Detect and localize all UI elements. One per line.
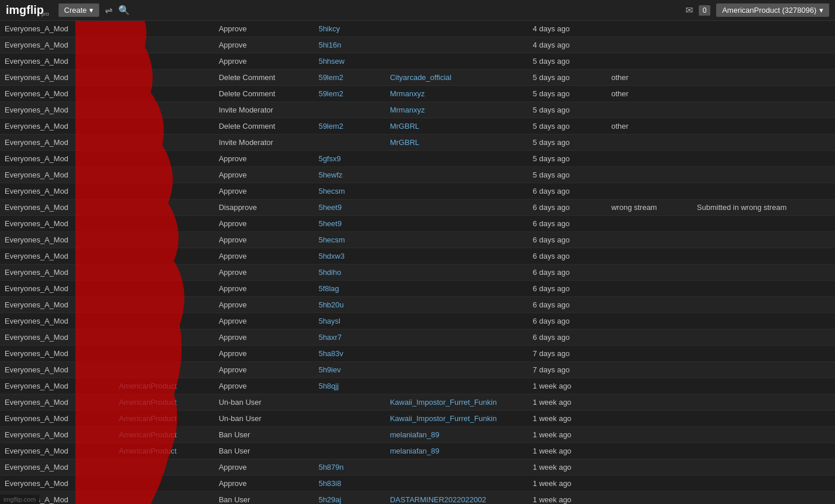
user-link[interactable]: melaniafan_89 xyxy=(390,447,439,455)
target-link[interactable]: 5f8lag xyxy=(318,284,339,293)
target-link[interactable]: 5h29aj xyxy=(318,495,341,504)
user-link[interactable]: Cityarcade_official xyxy=(390,73,451,82)
mod-name-cell: Everyones_A_Mod xyxy=(0,362,114,378)
target-link[interactable]: 5hhsew xyxy=(318,57,344,66)
by-name-cell xyxy=(114,459,214,476)
timestamp-cell: 1 week ago xyxy=(528,476,607,492)
user-link[interactable]: MrGBRL xyxy=(390,138,419,147)
target-link[interactable]: 5h879n xyxy=(318,463,343,472)
target-link[interactable]: 5gfsx9 xyxy=(318,154,340,163)
note-cell xyxy=(692,329,835,346)
by-name-cell xyxy=(114,248,214,264)
reason-cell xyxy=(607,151,692,167)
target-link[interactable]: 5heet9 xyxy=(318,203,342,212)
action-cell: Delete Comment xyxy=(214,118,314,135)
target-link[interactable]: 59lem2 xyxy=(318,122,343,130)
user-link[interactable]: DASTARMINER2022022002 xyxy=(390,495,486,504)
by-name-link[interactable]: AmericanProduct xyxy=(119,382,177,390)
note-cell xyxy=(692,313,835,329)
timestamp-cell: 6 days ago xyxy=(528,329,607,346)
mail-icon[interactable]: ✉ xyxy=(685,5,693,16)
by-name-cell xyxy=(114,281,214,297)
target-link[interactable]: 5haysl xyxy=(318,317,340,325)
by-name-link[interactable]: AmericanProduct xyxy=(119,414,177,423)
create-button[interactable]: Create ▾ xyxy=(59,3,99,17)
action-cell: Approve xyxy=(214,313,314,329)
mod-name-cell: Everyones_A_Mod xyxy=(0,264,114,281)
table-row: Everyones_A_ModApprove5hdxw36 days ago xyxy=(0,248,835,264)
user-cell xyxy=(385,297,528,313)
target-link[interactable]: 5hewfz xyxy=(318,171,342,179)
user-cell: Mrmanxyz xyxy=(385,86,528,102)
reason-cell xyxy=(607,167,692,183)
table-row: Everyones_A_ModApprove5hb20u6 days ago xyxy=(0,297,835,313)
target-link[interactable]: 5hb20u xyxy=(318,300,343,309)
note-cell xyxy=(692,37,835,53)
action-cell: Invite Moderator xyxy=(214,102,314,118)
user-link[interactable]: Mrmanxyz xyxy=(390,89,424,98)
note-cell xyxy=(692,21,835,37)
timestamp-cell: 1 week ago xyxy=(528,459,607,476)
action-cell: Approve xyxy=(214,476,314,492)
table-row: Everyones_A_ModApprove5ha83v7 days ago xyxy=(0,346,835,362)
user-cell: melaniafan_89 xyxy=(385,443,528,459)
mod-log-table-container: Everyones_A_ModApprove5hikcy4 days agoEv… xyxy=(0,21,835,504)
search-icon[interactable]: 🔍 xyxy=(118,5,130,16)
target-link[interactable]: 59lem2 xyxy=(318,89,343,98)
notification-badge[interactable]: 0 xyxy=(699,5,711,16)
reason-cell xyxy=(607,443,692,459)
mod-name-cell: Everyones_A_Mod xyxy=(0,53,114,70)
by-name-cell xyxy=(114,135,214,151)
by-name-link[interactable]: AmericanProduct xyxy=(119,398,177,407)
target-link[interactable]: 5hi16n xyxy=(318,41,341,49)
user-link[interactable]: MrGBRL xyxy=(390,122,419,130)
target-link[interactable]: 5h83i8 xyxy=(318,479,341,488)
user-cell xyxy=(385,264,528,281)
by-name-cell: AmericanProduct xyxy=(114,394,214,411)
note-cell xyxy=(692,135,835,151)
by-name-link[interactable]: AmericanProduct xyxy=(119,430,177,439)
user-link[interactable]: melaniafan_89 xyxy=(390,430,439,439)
target-link[interactable]: 5ha83v xyxy=(318,349,343,358)
target-link[interactable]: 5hecsm xyxy=(318,235,345,244)
user-link[interactable]: Kawaii_Impostor_Furret_Funkin xyxy=(390,398,496,407)
note-cell xyxy=(692,346,835,362)
note-cell xyxy=(692,216,835,232)
target-link[interactable]: 5haxr7 xyxy=(318,333,342,342)
user-link[interactable]: Kawaii_Impostor_Furret_Funkin xyxy=(390,414,496,423)
footer: imgflip.com xyxy=(0,495,39,504)
by-name-cell xyxy=(114,492,214,505)
logo-pro: pro xyxy=(42,11,49,17)
by-name-cell: AmericanProduct xyxy=(114,443,214,459)
shuffle-icon[interactable]: ⇌ xyxy=(105,5,112,16)
target-cell: 5hecsm xyxy=(314,232,385,248)
target-link[interactable]: 5hikcy xyxy=(318,24,340,33)
user-cell xyxy=(385,281,528,297)
by-name-cell xyxy=(114,183,214,200)
table-row: Everyones_A_ModApprove5haxr76 days ago xyxy=(0,329,835,346)
mod-name-cell: Everyones_A_Mod xyxy=(0,151,114,167)
by-name-link[interactable]: AmericanProduct xyxy=(119,447,177,455)
header: imgflip pro Create ▾ ⇌ 🔍 ✉ 0 AmericanPro… xyxy=(0,0,835,21)
target-cell xyxy=(314,135,385,151)
target-link[interactable]: 5hdiho xyxy=(318,268,341,277)
target-link[interactable]: 5hdxw3 xyxy=(318,252,344,260)
target-cell: 5h879n xyxy=(314,459,385,476)
target-cell: 59lem2 xyxy=(314,70,385,86)
user-link[interactable]: Mrmanxyz xyxy=(390,106,424,114)
target-link[interactable]: 59lem2 xyxy=(318,73,343,82)
target-link[interactable]: 5h9iev xyxy=(318,365,340,374)
mod-name-cell: Everyones_A_Mod xyxy=(0,476,114,492)
reason-cell: other xyxy=(607,86,692,102)
user-cell: Kawaii_Impostor_Furret_Funkin xyxy=(385,411,528,427)
note-cell xyxy=(692,102,835,118)
target-link[interactable]: 5hecsm xyxy=(318,187,345,195)
target-link[interactable]: 5heet9 xyxy=(318,219,342,228)
target-link[interactable]: 5h8qjj xyxy=(318,382,339,390)
table-row: Everyones_A_ModApprove5heet96 days ago xyxy=(0,216,835,232)
user-dropdown[interactable]: AmericanProduct (3278096) ▾ xyxy=(716,3,829,17)
target-cell: 5haxr7 xyxy=(314,329,385,346)
by-name-cell xyxy=(114,37,214,53)
timestamp-cell: 5 days ago xyxy=(528,86,607,102)
by-name-cell xyxy=(114,200,214,216)
